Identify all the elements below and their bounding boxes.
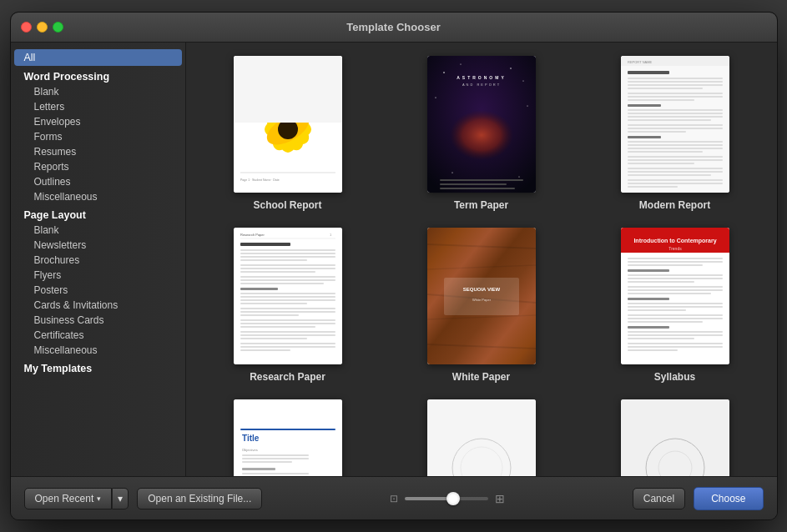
svg-rect-140	[242, 461, 292, 463]
template-label-school-report: School Report	[253, 199, 321, 211]
svg-rect-80	[240, 288, 278, 290]
svg-rect-114	[628, 274, 723, 276]
sidebar-category-my-templates: My Templates	[11, 358, 185, 376]
sidebar-item-brochures[interactable]: Brochures	[11, 253, 185, 268]
svg-rect-126	[628, 321, 703, 323]
svg-rect-69	[240, 243, 290, 246]
sidebar-category-word-processing: Word Processing	[11, 66, 185, 84]
template-card-school-report[interactable]: Botany Report Subtitles Goes Here · Subt…	[199, 56, 376, 211]
template-preview-presentation2	[427, 399, 536, 476]
sidebar-item-posters[interactable]: Posters	[11, 283, 185, 298]
template-card-modern-report[interactable]: REPORT NAME	[587, 56, 764, 211]
svg-point-23	[435, 97, 436, 98]
sidebar-item-resumes[interactable]: Resumes	[11, 144, 185, 159]
svg-rect-83	[240, 299, 335, 301]
svg-rect-138	[242, 454, 309, 456]
template-card-presentation3[interactable]	[587, 399, 764, 476]
template-chooser-window: Template Chooser All Word Processing Bla…	[10, 12, 778, 520]
svg-rect-111	[628, 261, 723, 263]
sidebar-item-misc-wp[interactable]: Miscellaneous	[11, 189, 185, 204]
svg-rect-42	[628, 99, 694, 101]
open-recent-button[interactable]: Open Recent ▾	[24, 488, 113, 509]
svg-rect-46	[628, 116, 723, 118]
close-button[interactable]	[21, 22, 32, 33]
svg-rect-48	[628, 124, 723, 126]
svg-rect-49	[628, 128, 723, 129]
template-preview-research-paper: Research Paper 1	[234, 228, 342, 364]
svg-rect-81	[240, 293, 335, 294]
sidebar: All Word Processing Blank Letters Envelo…	[11, 43, 186, 476]
svg-rect-95	[240, 346, 335, 348]
open-recent-arrow-button[interactable]: ▾	[112, 488, 129, 509]
svg-rect-45	[628, 113, 723, 114]
svg-rect-58	[628, 163, 694, 164]
svg-point-16	[295, 111, 298, 113]
svg-rect-43	[628, 104, 661, 107]
sidebar-item-misc-pl[interactable]: Miscellaneous	[11, 343, 185, 358]
sidebar-item-pl-blank[interactable]: Blank	[11, 223, 185, 238]
svg-rect-29	[440, 179, 523, 181]
svg-rect-112	[628, 264, 703, 266]
svg-text:SEQUOIA VIEW: SEQUOIA VIEW	[462, 287, 500, 292]
open-existing-button[interactable]: Open an Existing File...	[137, 488, 262, 509]
template-card-research-paper[interactable]: Research Paper 1	[199, 228, 376, 383]
minimize-button[interactable]	[37, 22, 48, 33]
svg-point-10	[278, 119, 298, 139]
svg-text:Page 1 · Student Name · Date: Page 1 · Student Name · Date	[240, 178, 280, 182]
main-content: All Word Processing Blank Letters Envelo…	[11, 43, 777, 476]
maximize-button[interactable]	[53, 22, 63, 33]
template-card-white-paper[interactable]: SEQUOIA VIEW White Paper White Paper	[393, 228, 570, 383]
svg-point-20	[460, 64, 461, 65]
svg-point-21	[510, 68, 511, 68]
sidebar-item-newsletters[interactable]: Newsletters	[11, 238, 185, 253]
open-recent-arrow-icon: ▾	[118, 493, 123, 504]
template-card-term-paper[interactable]: ASTRONOMY AND REPORT Term Paper	[393, 56, 570, 211]
zoom-out-icon: ⊡	[390, 493, 398, 504]
svg-rect-93	[240, 338, 307, 339]
svg-rect-129	[628, 334, 723, 336]
sidebar-item-letters[interactable]: Letters	[11, 99, 185, 114]
svg-rect-123	[628, 309, 686, 311]
cancel-button[interactable]: Cancel	[633, 488, 685, 509]
sidebar-item-certificates[interactable]: Certificates	[11, 328, 185, 343]
template-preview-presentation3	[621, 399, 729, 476]
svg-rect-40	[628, 93, 723, 94]
sidebar-item-business-cards[interactable]: Business Cards	[11, 313, 185, 328]
svg-rect-38	[628, 84, 723, 86]
sidebar-item-forms[interactable]: Forms	[11, 129, 185, 144]
svg-rect-59	[628, 168, 723, 169]
template-card-presentation2[interactable]	[393, 399, 570, 476]
svg-rect-113	[628, 269, 669, 272]
svg-rect-87	[240, 314, 299, 316]
svg-rect-125	[628, 318, 723, 319]
sidebar-item-cards-invitations[interactable]: Cards & Invitations	[11, 298, 185, 313]
cancel-label: Cancel	[643, 493, 674, 504]
sidebar-item-all[interactable]: All	[14, 49, 182, 66]
template-card-syllabus[interactable]: Introduction to Contemporary Trends	[587, 228, 764, 383]
sidebar-item-flyers[interactable]: Flyers	[11, 268, 185, 283]
svg-rect-31	[440, 188, 515, 189]
svg-rect-133	[628, 349, 678, 351]
svg-rect-78	[240, 279, 335, 281]
zoom-slider[interactable]	[405, 497, 488, 500]
sidebar-item-reports[interactable]: Reports	[11, 159, 185, 174]
sidebar-item-blank[interactable]: Blank	[11, 84, 185, 99]
template-card-presentation1[interactable]: Title Objectives	[199, 399, 376, 476]
svg-text:Research Paper: Research Paper	[240, 233, 265, 237]
svg-rect-142	[242, 473, 309, 474]
open-existing-label: Open an Existing File...	[148, 493, 251, 504]
svg-rect-118	[628, 289, 723, 291]
svg-rect-47	[628, 119, 711, 121]
svg-rect-135	[240, 429, 335, 430]
svg-text:ASTRONOMY: ASTRONOMY	[457, 75, 507, 80]
svg-point-22	[522, 81, 523, 82]
sidebar-item-outlines[interactable]: Outlines	[11, 174, 185, 189]
sidebar-item-envelopes[interactable]: Envelopes	[11, 114, 185, 129]
choose-button[interactable]: Choose	[694, 487, 763, 510]
svg-rect-139	[242, 458, 309, 459]
template-preview-school-report: Botany Report Subtitles Goes Here · Subt…	[234, 56, 342, 193]
svg-text:Title: Title	[242, 434, 260, 443]
svg-rect-77	[240, 276, 335, 278]
sidebar-category-page-layout: Page Layout	[11, 204, 185, 223]
svg-rect-53	[628, 144, 723, 146]
